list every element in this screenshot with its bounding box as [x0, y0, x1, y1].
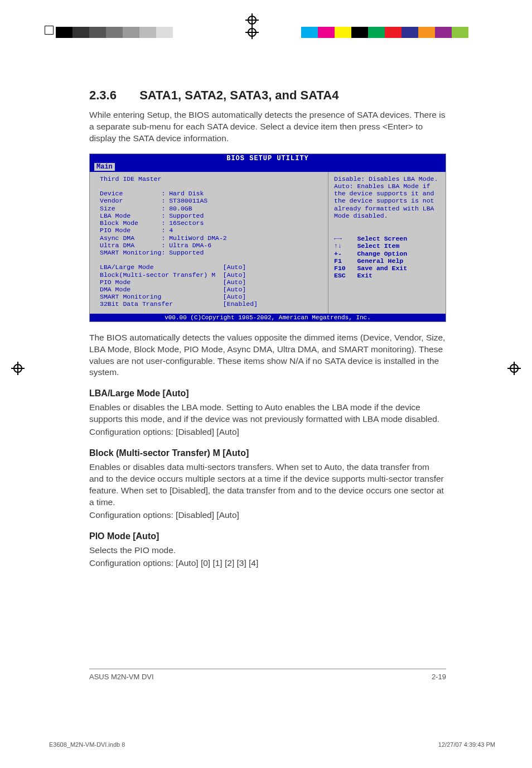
print-filename: E3608_M2N-VM-DVI.indb 8 — [49, 741, 125, 748]
page-content: 2.3.6 SATA1, SATA2, SATA3, and SATA4 Whi… — [89, 88, 446, 578]
lba-options: Configuration options: [Disabled] [Auto] — [89, 426, 446, 438]
block-heading: Block (Multi-sector Transfer) M [Auto] — [89, 448, 446, 458]
bios-copyright: v00.00 (C)Copyright 1985-2002, American … — [90, 314, 446, 321]
color-strip — [301, 27, 468, 38]
bios-help-panel: Disable: Disables LBA Mode. Auto: Enable… — [328, 172, 446, 314]
registration-mark-icon — [11, 362, 25, 375]
print-job-info: E3608_M2N-VM-DVI.indb 8 12/27/07 4:39:43… — [49, 741, 495, 748]
section-number: 2.3.6 — [89, 88, 136, 103]
block-text: Enables or disables data multi-sectors t… — [89, 462, 446, 508]
bios-help-text: Disable: Disables LBA Mode. Auto: Enable… — [334, 175, 440, 219]
print-timestamp: 12/27/07 4:39:43 PM — [438, 741, 495, 748]
bios-screenshot: BIOS SETUP UTILITY Main Third IDE Master… — [89, 153, 446, 322]
crop-mark — [45, 26, 54, 35]
bios-tab-main: Main — [94, 163, 115, 171]
section-title: SATA1, SATA2, SATA3, and SATA4 — [139, 88, 338, 102]
section-intro: While entering Setup, the BIOS automatic… — [89, 109, 446, 145]
section-heading: 2.3.6 SATA1, SATA2, SATA3, and SATA4 — [89, 88, 446, 103]
pio-text: Selects the PIO mode. — [89, 545, 446, 556]
registration-mark-icon — [245, 13, 259, 27]
lba-text: Enables or disables the LBA mode. Settin… — [89, 402, 446, 425]
registration-mark-icon — [245, 26, 259, 39]
pio-options: Configuration options: [Auto] [0] [1] [2… — [89, 558, 446, 569]
footer-product: ASUS M2N-VM DVI — [89, 673, 154, 681]
page-footer: ASUS M2N-VM DVI 2-19 — [89, 669, 446, 681]
bios-left-panel: Third IDE Master Device : Hard Disk Vend… — [90, 172, 328, 314]
bios-nav-keys: ←→ Select Screen ↑↓ Select Item +- Chang… — [334, 235, 440, 279]
print-marks-top — [0, 12, 532, 29]
lba-heading: LBA/Large Mode [Auto] — [89, 388, 446, 399]
pio-heading: PIO Mode [Auto] — [89, 531, 446, 541]
bios-tab-row: Main — [90, 163, 446, 172]
footer-page-number: 2-19 — [432, 673, 446, 681]
bios-title: BIOS SETUP UTILITY — [90, 154, 446, 163]
registration-mark-icon — [507, 362, 521, 375]
detection-paragraph: The BIOS automatically detects the value… — [89, 332, 446, 379]
grayscale-strip — [56, 27, 206, 38]
block-options: Configuration options: [Disabled] [Auto] — [89, 510, 446, 521]
